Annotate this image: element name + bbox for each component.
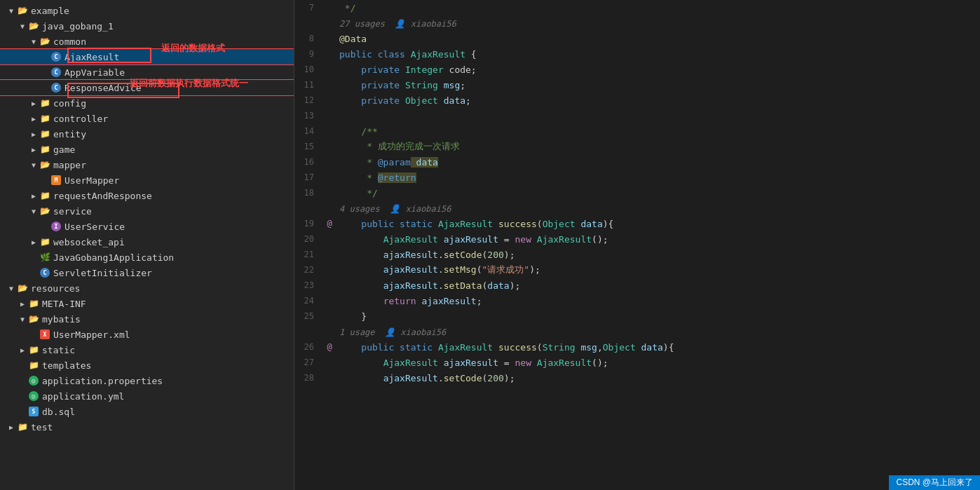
tree-arrow[interactable]: [6, 285, 17, 292]
line-number: 12: [294, 95, 322, 105]
tree-arrow[interactable]: [28, 38, 39, 46]
java-class-icon: [39, 267, 50, 278]
line-number: 9: [294, 49, 322, 59]
code-line: 8@Data: [294, 31, 980, 46]
java-interface-icon: [50, 221, 62, 232]
tree-item-entity[interactable]: entity: [0, 126, 294, 142]
code-line: 16 * @param data: [294, 154, 980, 170]
code-line: 15 * 成功的完成一次请求: [294, 139, 980, 154]
tree-arrow[interactable]: [28, 192, 39, 200]
line-number: 13: [294, 111, 322, 121]
tree-item-controller[interactable]: controller: [0, 111, 294, 126]
tree-item-responseadvice[interactable]: ResponseAdvice: [0, 80, 294, 95]
code-line: 28 ajaxResult.setCode(200);: [294, 370, 980, 386]
tree-arrow[interactable]: [28, 130, 39, 138]
tree-item-resources[interactable]: resources: [0, 280, 294, 296]
tree-item-templates[interactable]: templates: [0, 358, 294, 373]
folder-open-icon: [39, 159, 50, 170]
folder-icon: [39, 113, 50, 124]
line-content: ajaxResult.setData(data);: [336, 280, 980, 291]
tree-item-label: AjaxResult: [64, 52, 119, 62]
line-number: 8: [294, 34, 322, 43]
folder-open-icon: [39, 36, 50, 47]
tree-item-servletinitializer[interactable]: ServletInitializer: [0, 265, 294, 280]
tree-item-usermapper-xml[interactable]: UserMapper.xml: [0, 327, 294, 342]
tree-item-mapper[interactable]: mapper: [0, 157, 294, 172]
tree-item-appvariable[interactable]: AppVariable: [0, 64, 294, 80]
tree-arrow[interactable]: [6, 7, 17, 15]
tree-item-java-gobang-1[interactable]: java_gobang_1: [0, 18, 294, 34]
tree-item-userservice[interactable]: UserService: [0, 219, 294, 234]
tree-arrow[interactable]: [6, 423, 17, 431]
code-line: 24 return ajaxResult;: [294, 293, 980, 308]
code-editor[interactable]: 7 */27 usages 👤 xiaobai568@Data9public c…: [294, 0, 980, 490]
tree-item-config[interactable]: config: [0, 95, 294, 111]
tree-item-test[interactable]: test: [0, 419, 294, 435]
folder-icon: [28, 360, 39, 371]
folder-icon: [28, 344, 39, 355]
tree-item-static[interactable]: static: [0, 342, 294, 358]
tree-arrow[interactable]: [28, 161, 39, 169]
tree-item-application-properties[interactable]: application.properties: [0, 373, 294, 388]
folder-icon: [39, 144, 50, 155]
tree-arrow[interactable]: [17, 346, 28, 354]
tree-item-label: java_gobang_1: [42, 21, 114, 32]
code-line: 13: [294, 108, 980, 123]
line-content: 1 usage 👤 xiaobai56: [336, 327, 980, 337]
tree-item-label: common: [53, 36, 86, 47]
tree-arrow[interactable]: [28, 115, 39, 123]
code-line: 23 ajaxResult.setData(data);: [294, 278, 980, 293]
tree-arrow[interactable]: [28, 238, 39, 246]
tree-item-usermapper[interactable]: UserMapper: [0, 172, 294, 188]
tree-item-javagobang1application[interactable]: JavaGobang1Application: [0, 250, 294, 265]
line-number: 27: [294, 358, 322, 367]
tree-item-common[interactable]: common: [0, 34, 294, 49]
tree-item-mybatis[interactable]: mybatis: [0, 311, 294, 327]
tree-item-ajaxresult[interactable]: AjaxResult: [0, 49, 294, 64]
line-content: * @return: [336, 172, 980, 183]
tree-arrow[interactable]: [17, 300, 28, 308]
line-number: 22: [294, 265, 322, 275]
line-content: AjaxResult ajaxResult = new AjaxResult()…: [336, 358, 980, 368]
java-class-icon: [50, 51, 62, 62]
tree-arrow[interactable]: [28, 207, 39, 215]
line-number: 14: [294, 126, 322, 136]
line-content: public static AjaxResult success(String …: [336, 342, 980, 353]
tree-arrow[interactable]: [17, 315, 28, 323]
java-class-icon: [50, 67, 62, 78]
line-number: 20: [294, 234, 322, 244]
code-line: 25 }: [294, 308, 980, 324]
folder-open-icon: [17, 5, 28, 16]
line-content: return ajaxResult;: [336, 296, 980, 306]
tree-item-service[interactable]: service: [0, 203, 294, 219]
tree-item-game[interactable]: game: [0, 142, 294, 157]
tree-item-example[interactable]: example: [0, 3, 294, 18]
tree-item-label: JavaGobang1Application: [53, 252, 174, 263]
tree-item-meta-inf[interactable]: META-INF: [0, 296, 294, 311]
tree-arrow[interactable]: [17, 22, 28, 30]
tree-item-application-yml[interactable]: application.yml: [0, 388, 294, 404]
folder-icon: [39, 236, 50, 247]
folder-icon: [39, 128, 50, 139]
tree-arrow[interactable]: [28, 100, 39, 107]
line-number: 19: [294, 219, 322, 229]
file-tree[interactable]: 返回的数据格式 返回前数据执行数据格式统一 examplejava_gobang…: [0, 0, 294, 490]
tree-arrow[interactable]: [28, 146, 39, 154]
line-gutter: @: [322, 219, 336, 229]
folder-open-icon: [39, 205, 50, 217]
tree-item-requestandresponse[interactable]: requestAndResponse: [0, 188, 294, 203]
tree-item-websocket-api[interactable]: websocket_api: [0, 234, 294, 250]
line-number: 16: [294, 157, 322, 167]
tree-item-db-sql[interactable]: db.sql: [0, 404, 294, 419]
spring-icon: [39, 252, 50, 263]
tree-item-label: controller: [53, 114, 108, 124]
folder-open-icon: [17, 283, 28, 294]
yml-icon: [28, 390, 39, 402]
tree-item-label: application.properties: [42, 376, 163, 386]
line-gutter: @: [322, 342, 336, 352]
line-number: 25: [294, 311, 322, 321]
line-number: 21: [294, 250, 322, 259]
line-number: 11: [294, 80, 322, 90]
line-number: 10: [294, 64, 322, 74]
folder-icon: [28, 298, 39, 309]
